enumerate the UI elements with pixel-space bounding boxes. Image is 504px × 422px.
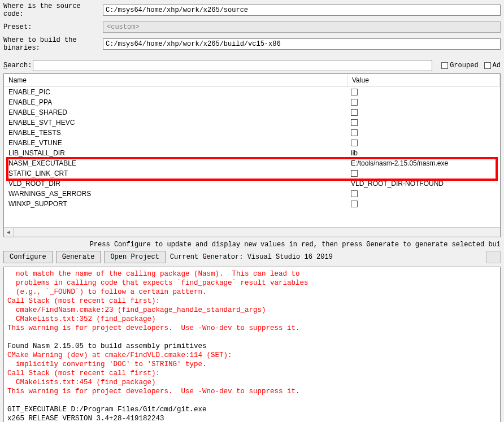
cache-entry-name: ENABLE_PPA <box>4 98 347 106</box>
cache-entry-value[interactable] <box>347 109 500 116</box>
checkbox-icon[interactable] <box>351 89 358 95</box>
checkbox-icon[interactable] <box>351 190 358 197</box>
cache-entry-name: ENABLE_SVT_HEVC <box>4 119 347 127</box>
checkbox-icon[interactable] <box>351 201 358 207</box>
checkbox-icon[interactable] <box>351 170 358 177</box>
preset-label: Preset: <box>3 23 103 31</box>
table-row[interactable]: ENABLE_VTUNE <box>4 138 500 148</box>
table-row[interactable]: WARNINGS_AS_ERRORS <box>4 189 500 199</box>
search-input[interactable] <box>33 60 432 71</box>
scroll-left-icon[interactable]: ◄ <box>4 228 14 237</box>
advanced-checkbox[interactable]: Ad <box>484 62 501 69</box>
cache-entry-value[interactable] <box>347 170 500 177</box>
extra-button[interactable] <box>486 251 501 263</box>
output-log[interactable]: not match the name of the calling packag… <box>3 267 501 422</box>
cache-entry-name: WINXP_SUPPORT <box>4 200 347 208</box>
table-row[interactable]: WINXP_SUPPORT <box>4 199 500 209</box>
build-path-input[interactable] <box>103 38 501 50</box>
checkbox-icon[interactable] <box>351 109 358 116</box>
source-path-input[interactable] <box>103 5 501 16</box>
cache-entry-name: ENABLE_SHARED <box>4 108 347 116</box>
checkbox-icon[interactable] <box>351 140 358 146</box>
cache-entry-name: ENABLE_TESTS <box>4 129 347 137</box>
table-row[interactable]: ENABLE_SVT_HEVC <box>4 118 500 128</box>
hint-text: Press Configure to update and display ne… <box>0 237 504 251</box>
open-project-button[interactable]: Open Project <box>104 251 165 263</box>
checkbox-icon[interactable] <box>351 129 358 136</box>
cache-entry-value[interactable]: lib <box>347 149 500 157</box>
cache-entry-value[interactable]: VLD_ROOT_DIR-NOTFOUND <box>347 180 500 188</box>
cache-entry-value[interactable] <box>347 190 500 197</box>
table-row[interactable]: NASM_EXECUTABLEE:/tools/nasm-2.15.05/nas… <box>4 158 500 168</box>
cache-entry-value[interactable] <box>347 129 500 136</box>
table-row[interactable]: ENABLE_PPA <box>4 97 500 107</box>
cache-entry-value[interactable] <box>347 201 500 207</box>
cache-entry-name: WARNINGS_AS_ERRORS <box>4 190 347 198</box>
source-label: Where is the source code: <box>3 2 103 18</box>
cache-entry-value[interactable] <box>347 140 500 146</box>
grouped-checkbox[interactable]: Grouped <box>441 62 478 69</box>
cache-entry-name: ENABLE_VTUNE <box>4 139 347 147</box>
cache-entry-name: VLD_ROOT_DIR <box>4 180 347 188</box>
current-generator-label: Current Generator: Visual Studio 16 2019 <box>170 253 333 261</box>
cache-entry-value[interactable] <box>347 89 500 95</box>
generate-button[interactable]: Generate <box>56 251 101 263</box>
table-row[interactable]: LIB_INSTALL_DIRlib <box>4 148 500 158</box>
cache-table[interactable]: Name Value ENABLE_PICENABLE_PPAENABLE_SH… <box>3 73 501 237</box>
cache-entry-name: STATIC_LINK_CRT <box>4 169 347 177</box>
cache-entry-name: NASM_EXECUTABLE <box>4 159 347 167</box>
table-row[interactable]: ENABLE_TESTS <box>4 128 500 138</box>
cache-entry-value[interactable]: E:/tools/nasm-2.15.05/nasm.exe <box>347 159 500 167</box>
table-row[interactable]: VLD_ROOT_DIRVLD_ROOT_DIR-NOTFOUND <box>4 179 500 189</box>
preset-dropdown[interactable]: <custom> <box>103 21 501 33</box>
table-row[interactable]: ENABLE_PIC <box>4 87 500 97</box>
checkbox-icon[interactable] <box>351 119 358 126</box>
column-header-name[interactable]: Name <box>4 74 347 86</box>
table-row[interactable]: ENABLE_SHARED <box>4 107 500 118</box>
search-label: Search: <box>3 62 33 69</box>
configure-button[interactable]: Configure <box>3 251 53 263</box>
table-row[interactable]: STATIC_LINK_CRT <box>4 168 500 179</box>
checkbox-icon[interactable] <box>351 99 358 106</box>
cache-entry-name: ENABLE_PIC <box>4 88 347 96</box>
cache-entry-value[interactable] <box>347 119 500 126</box>
build-label: Where to build the binaries: <box>3 36 103 52</box>
column-header-value[interactable]: Value <box>347 74 500 86</box>
cache-entry-value[interactable] <box>347 99 500 106</box>
cache-entry-name: LIB_INSTALL_DIR <box>4 149 347 157</box>
